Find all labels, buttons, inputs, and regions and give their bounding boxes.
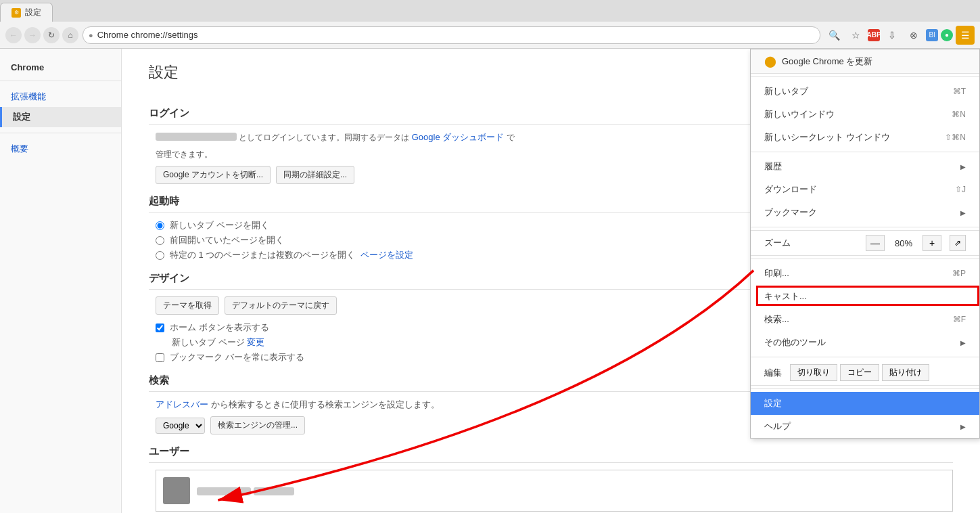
content-area: Chrome 拡張機能 設定 概要 設定 ログイン: [0, 49, 980, 513]
print-shortcut: ⌘P: [952, 269, 966, 278]
other-tools-arrow-icon: ▶: [960, 339, 966, 347]
startup-radio-2[interactable]: [156, 236, 164, 245]
menu-divider-5: [751, 357, 979, 357]
bookmark-bar-checkbox[interactable]: [156, 353, 164, 362]
browser-toolbar: ← → ↻ ⌂ ● Chrome chrome://settings 🔍 ☆ A…: [0, 22, 980, 49]
search-toolbar-button[interactable]: 🔍: [824, 26, 843, 45]
page-title: 設定: [149, 62, 179, 83]
find-label: 検索...: [764, 313, 789, 326]
new-window-menu-item[interactable]: 新しいウインドウ ⌘N: [751, 103, 979, 126]
google-account-btn[interactable]: Google アカウントを切断...: [156, 166, 271, 184]
menu-divider-4: [751, 259, 979, 259]
bi-extension-icon[interactable]: Bl: [926, 29, 938, 41]
update-icon: ⬤: [764, 55, 776, 68]
reload-button[interactable]: ↻: [43, 27, 60, 43]
tabs-bar: ⚙ 設定: [0, 0, 980, 22]
help-menu-item[interactable]: ヘルプ ▶: [751, 415, 979, 438]
settings-menu-item[interactable]: 設定: [751, 392, 979, 415]
users-section: ゲストのブラウジングを許可する だれでも Chrome にユーザーを追加できるよ…: [149, 470, 953, 513]
sidebar-title: Chrome: [0, 60, 121, 75]
manage-search-engines-btn[interactable]: 検索エンジンの管理...: [210, 416, 305, 434]
user-detail-blurred: [254, 487, 294, 495]
blurred-email: [156, 133, 237, 141]
nav-buttons: ← → ↻ ⌂: [5, 27, 78, 43]
new-window-label: 新しいウインドウ: [764, 108, 835, 120]
print-menu-item[interactable]: 印刷... ⌘P: [751, 262, 979, 285]
abp-extension-icon[interactable]: ABP: [868, 29, 880, 41]
other-tools-label: その他のツール: [764, 336, 826, 349]
chrome-menu-button[interactable]: ☰: [956, 26, 975, 45]
edit-row: 編集 切り取り コピー 貼り付け: [751, 360, 979, 386]
set-pages-link[interactable]: ページを設定: [360, 249, 413, 261]
sidebar-item-settings[interactable]: 設定: [0, 107, 121, 127]
paste-btn[interactable]: 貼り付け: [882, 364, 929, 381]
ext-button-2[interactable]: ⊗: [904, 26, 923, 45]
find-menu-item[interactable]: 検索... ⌘F: [751, 308, 979, 331]
address-bar[interactable]: ● Chrome chrome://settings: [83, 26, 820, 44]
new-window-shortcut: ⌘N: [952, 110, 966, 119]
active-tab[interactable]: ⚙ 設定: [0, 3, 53, 22]
copy-btn[interactable]: コピー: [840, 364, 879, 381]
sidebar-item-extensions[interactable]: 拡張機能: [0, 87, 121, 107]
sidebar: Chrome 拡張機能 設定 概要: [0, 49, 122, 513]
zoom-expand-btn[interactable]: ⇗: [950, 235, 966, 251]
tab-title: 設定: [25, 7, 41, 18]
user-avatar: [163, 477, 190, 504]
user-name-blurred: [197, 487, 251, 495]
zoom-plus-btn[interactable]: +: [923, 235, 941, 251]
ext-button-1[interactable]: ⇩: [883, 26, 902, 45]
help-label: ヘルプ: [764, 420, 791, 432]
user-info: [197, 485, 294, 497]
download-shortcut: ⇧J: [955, 185, 966, 194]
new-tab-label: 新しいタブ: [764, 85, 808, 97]
get-theme-btn[interactable]: テーマを取得: [156, 296, 219, 315]
login-text: としてログインしています。同期するデータは: [239, 133, 409, 142]
settings-menu-label: 設定: [764, 397, 782, 409]
cut-btn[interactable]: 切り取り: [790, 364, 837, 381]
bookmark-label: ブックマーク: [764, 206, 817, 219]
print-label: 印刷...: [764, 267, 789, 280]
update-menu-item[interactable]: ⬤ Google Chrome を更新: [751, 49, 979, 74]
incognito-label: 新しいシークレット ウインドウ: [764, 131, 890, 143]
incognito-menu-item[interactable]: 新しいシークレット ウインドウ ⇧⌘N: [751, 126, 979, 149]
back-button[interactable]: ←: [5, 27, 22, 43]
sync-settings-btn[interactable]: 同期の詳細設定...: [276, 166, 354, 184]
download-menu-item[interactable]: ダウンロード ⇧J: [751, 178, 979, 201]
new-tab-menu-item[interactable]: 新しいタブ ⌘T: [751, 80, 979, 103]
bookmark-toolbar-button[interactable]: ☆: [846, 26, 865, 45]
home-button-checkbox[interactable]: [156, 324, 164, 332]
tab-favicon: ⚙: [11, 8, 21, 18]
zoom-label: ズーム: [764, 237, 860, 249]
search-engine-select[interactable]: Google: [156, 418, 205, 434]
address-text: Chrome chrome://settings: [97, 30, 814, 40]
change-link[interactable]: 変更: [247, 337, 264, 347]
menu-divider-2: [751, 152, 979, 152]
default-theme-btn[interactable]: デフォルトのテーマに戻す: [225, 296, 337, 315]
bookmark-menu-item[interactable]: ブックマーク ▶: [751, 201, 979, 224]
bookmark-arrow-icon: ▶: [960, 209, 966, 217]
user-box: [156, 470, 953, 512]
green-extension-icon[interactable]: ●: [941, 29, 953, 41]
history-arrow-icon: ▶: [960, 163, 966, 171]
forward-button[interactable]: →: [24, 27, 41, 43]
edit-label: 編集: [764, 367, 782, 379]
history-label: 履歴: [764, 160, 782, 173]
startup-radio-1[interactable]: [156, 221, 164, 230]
history-menu-item[interactable]: 履歴 ▶: [751, 155, 979, 178]
startup-radio-3[interactable]: [156, 251, 164, 260]
other-tools-menu-item[interactable]: その他のツール ▶: [751, 331, 979, 354]
zoom-value: 80%: [890, 238, 917, 248]
new-tab-shortcut: ⌘T: [953, 87, 966, 96]
home-button[interactable]: ⌂: [62, 27, 78, 43]
menu-divider-3: [751, 227, 979, 227]
download-label: ダウンロード: [764, 183, 817, 196]
cast-menu-item[interactable]: キャスト...: [751, 285, 979, 308]
security-icon: ●: [89, 31, 93, 39]
google-dashboard-link[interactable]: Google ダッシュボード: [412, 132, 505, 142]
users-section-title: ユーザー: [149, 445, 953, 463]
find-shortcut: ⌘F: [953, 315, 966, 324]
menu-divider-1: [751, 76, 979, 77]
address-bar-link[interactable]: アドレスバー: [156, 399, 208, 409]
sidebar-item-summary[interactable]: 概要: [0, 139, 121, 159]
zoom-minus-btn[interactable]: —: [866, 235, 885, 251]
